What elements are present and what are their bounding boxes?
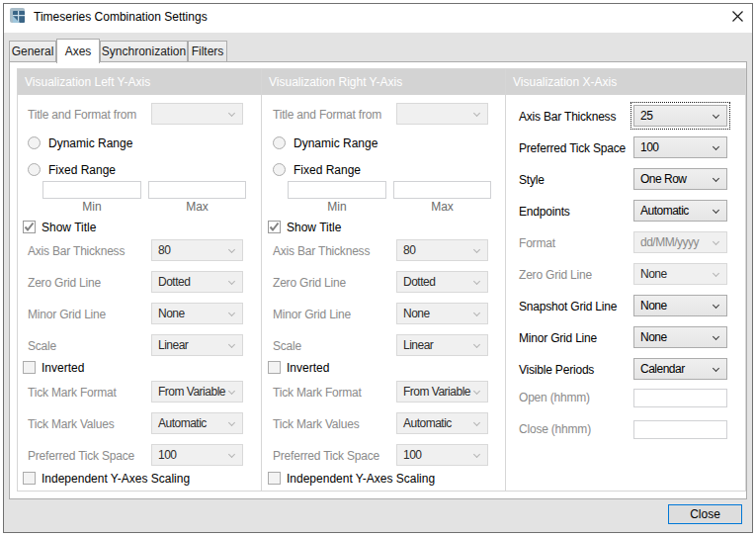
- x-style-dropdown[interactable]: One Row: [633, 168, 727, 190]
- left-axis-bar-label: Axis Bar Thickness: [28, 244, 125, 258]
- tab-synchronization[interactable]: Synchronization: [100, 41, 188, 62]
- right-tick-format-dropdown[interactable]: From Variable: [396, 381, 488, 403]
- chevron-down-icon: [473, 278, 480, 285]
- chevron-down-icon: [473, 310, 480, 316]
- right-title-format-label: Title and Format from: [273, 108, 381, 122]
- left-title-format-dropdown[interactable]: [151, 103, 243, 125]
- right-zero-grid-dropdown[interactable]: Dotted: [396, 271, 488, 293]
- left-tick-values-dropdown[interactable]: Automatic: [151, 412, 243, 434]
- right-max-input[interactable]: [393, 181, 491, 199]
- left-fixed-range-radio[interactable]: [28, 163, 41, 176]
- x-minor-grid-dropdown[interactable]: None: [633, 326, 727, 348]
- close-icon: [732, 11, 743, 22]
- x-style-label: Style: [519, 173, 545, 187]
- left-axis-bar-dropdown[interactable]: 80: [151, 239, 243, 261]
- panel-right-header: Visualization Right Y-Axis: [262, 69, 505, 95]
- tab-axes[interactable]: Axes: [56, 39, 100, 63]
- chevron-down-icon: [713, 270, 719, 277]
- window-title: Timeseries Combination Settings: [34, 10, 208, 24]
- right-minor-grid-dropdown[interactable]: None: [396, 303, 488, 324]
- right-title-format-dropdown[interactable]: [396, 103, 488, 125]
- right-scale-dropdown[interactable]: Linear: [396, 334, 488, 356]
- left-tick-format-label: Tick Mark Format: [28, 386, 117, 400]
- left-fixed-range-label: Fixed Range: [48, 163, 116, 177]
- left-max-label: Max: [148, 200, 246, 214]
- x-visible-periods-label: Visible Periods: [519, 363, 594, 377]
- chevron-down-icon: [228, 451, 235, 458]
- right-show-title-checkbox[interactable]: [268, 221, 281, 233]
- x-open-input[interactable]: [633, 389, 727, 407]
- left-dynamic-range-radio[interactable]: [28, 136, 41, 149]
- x-visible-periods-dropdown[interactable]: Calendar: [633, 358, 727, 380]
- right-dynamic-range-label: Dynamic Range: [294, 136, 378, 150]
- chevron-down-icon: [473, 110, 480, 117]
- left-max-input[interactable]: [148, 181, 246, 199]
- x-axis-bar-dropdown[interactable]: 25: [633, 105, 727, 127]
- x-close-input[interactable]: [633, 420, 727, 439]
- panel-right-y-axis: Visualization Right Y-Axis Title and For…: [262, 68, 506, 492]
- app-icon: [10, 8, 26, 24]
- left-independent-checkbox[interactable]: [23, 472, 36, 485]
- left-minor-grid-dropdown[interactable]: None: [151, 303, 243, 324]
- panel-left-header: Visualization Left Y-Axis: [18, 69, 261, 95]
- chevron-down-icon: [473, 341, 480, 348]
- tab-general[interactable]: General: [9, 41, 56, 62]
- left-scale-dropdown[interactable]: Linear: [151, 334, 243, 356]
- panel-left-y-axis: Visualization Left Y-Axis Title and Form…: [17, 68, 262, 492]
- right-inverted-checkbox[interactable]: [268, 361, 281, 374]
- close-button[interactable]: Close: [668, 504, 742, 524]
- right-dynamic-range-radio[interactable]: [273, 136, 286, 149]
- left-min-label: Min: [42, 200, 141, 214]
- right-axis-bar-dropdown[interactable]: 80: [396, 239, 488, 261]
- right-inverted-label: Inverted: [287, 361, 329, 375]
- chevron-down-icon: [713, 175, 719, 182]
- x-endpoints-dropdown[interactable]: Automatic: [633, 200, 727, 222]
- left-preferred-tick-dropdown[interactable]: 100: [151, 444, 243, 466]
- x-format-label: Format: [519, 236, 555, 250]
- x-close-label: Close (hhmm): [519, 422, 591, 436]
- tab-filters[interactable]: Filters: [188, 41, 227, 62]
- right-minor-grid-label: Minor Grid Line: [273, 308, 351, 321]
- x-snapshot-grid-label: Snapshot Grid Line: [519, 300, 617, 313]
- window-close-button[interactable]: [708, 4, 752, 33]
- right-axis-bar-label: Axis Bar Thickness: [273, 244, 370, 258]
- right-tick-values-label: Tick Mark Values: [273, 417, 360, 431]
- right-fixed-range-radio[interactable]: [273, 163, 286, 176]
- dialog-window: Timeseries Combination Settings General …: [3, 3, 753, 533]
- chevron-down-icon: [473, 451, 480, 458]
- chevron-down-icon: [713, 365, 719, 372]
- chevron-down-icon: [713, 238, 719, 245]
- left-title-format-label: Title and Format from: [28, 108, 136, 122]
- panel-x-axis: Visualization X-Axis Axis Bar Thickness …: [506, 68, 746, 492]
- chevron-down-icon: [228, 310, 235, 316]
- left-show-title-checkbox[interactable]: [23, 221, 36, 233]
- chevron-down-icon: [713, 333, 719, 340]
- x-minor-grid-label: Minor Grid Line: [519, 331, 597, 345]
- right-min-input[interactable]: [288, 181, 386, 199]
- chevron-down-icon: [473, 388, 480, 395]
- right-fixed-range-label: Fixed Range: [294, 163, 361, 177]
- right-independent-checkbox[interactable]: [268, 472, 281, 485]
- x-zero-grid-dropdown[interactable]: None: [633, 263, 727, 285]
- left-zero-grid-dropdown[interactable]: Dotted: [151, 271, 243, 293]
- left-inverted-checkbox[interactable]: [23, 361, 36, 374]
- left-minor-grid-label: Minor Grid Line: [28, 308, 106, 321]
- chevron-down-icon: [713, 207, 719, 214]
- left-inverted-label: Inverted: [42, 361, 84, 375]
- chevron-down-icon: [228, 419, 235, 426]
- x-snapshot-grid-dropdown[interactable]: None: [633, 295, 727, 316]
- left-scale-label: Scale: [28, 339, 56, 353]
- right-min-label: Min: [288, 200, 386, 214]
- x-endpoints-label: Endpoints: [519, 205, 570, 219]
- chevron-down-icon: [473, 246, 480, 253]
- chevron-down-icon: [228, 110, 235, 117]
- right-tick-values-dropdown[interactable]: Automatic: [396, 412, 488, 434]
- x-format-dropdown[interactable]: dd/MM/yyyy: [633, 231, 727, 253]
- chevron-down-icon: [228, 341, 235, 348]
- right-preferred-tick-dropdown[interactable]: 100: [396, 444, 488, 466]
- left-dynamic-range-label: Dynamic Range: [48, 136, 132, 150]
- left-tick-format-dropdown[interactable]: From Variable: [151, 381, 243, 403]
- x-preferred-tick-dropdown[interactable]: 100: [633, 136, 727, 158]
- chevron-down-icon: [228, 278, 235, 285]
- left-min-input[interactable]: [42, 181, 141, 199]
